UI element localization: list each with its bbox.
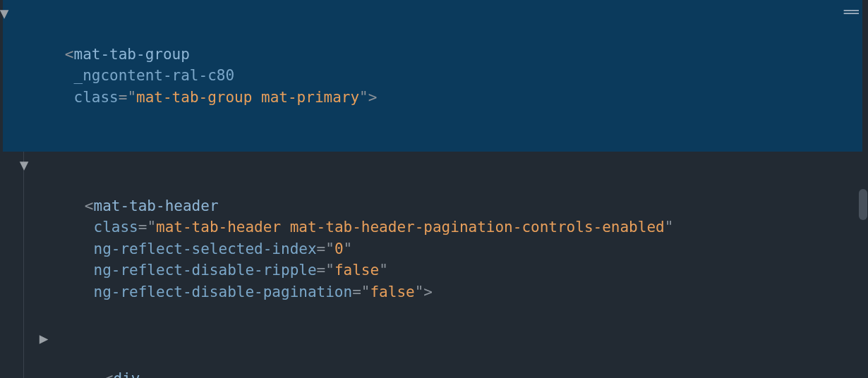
attr-name: _ngcontent-ral-c80 — [65, 67, 234, 84]
chevron-right-icon[interactable]: ▶ — [38, 328, 49, 349]
tree-node-mat-tab-group[interactable]: ▼ <mat-tab-group _ngcontent-ral-c80 clas… — [3, 0, 862, 152]
attr-name: ng-reflect-disable-ripple — [85, 262, 317, 279]
dom-tree: ▼ <mat-tab-group _ngcontent-ral-c80 clas… — [0, 0, 868, 378]
attr-name: ng-reflect-selected-index — [85, 240, 317, 257]
tree-node-mat-tab-header[interactable]: ▼ <mat-tab-header class="mat-tab-header … — [23, 152, 862, 325]
elements-panel: ▼ <mat-tab-group _ngcontent-ral-c80 clas… — [0, 0, 868, 378]
attr-name: ng-reflect-disable-pagination — [85, 284, 352, 300]
chevron-down-icon[interactable]: ▼ — [18, 154, 30, 176]
attr-name: class — [65, 89, 119, 106]
tag-name: div — [114, 370, 140, 378]
attr-value: false — [334, 262, 379, 279]
tag-name: mat-tab-group — [74, 46, 190, 63]
tag-name: mat-tab-header — [94, 197, 219, 214]
attr-value: false — [370, 284, 414, 300]
attr-name: class — [85, 219, 138, 236]
attr-value: mat-tab-group mat-primary — [136, 89, 359, 106]
chevron-down-icon[interactable]: ▼ — [0, 3, 10, 24]
equals-badge: == — [843, 1, 858, 23]
tree-node-div-pagination-before[interactable]: ▶ <div aria-hidden="true" mat-ripple cla… — [42, 325, 862, 378]
attr-value: mat-tab-header mat-tab-header-pagination… — [156, 219, 665, 236]
attr-value: 0 — [334, 240, 344, 257]
punct-lt: < — [65, 46, 74, 63]
